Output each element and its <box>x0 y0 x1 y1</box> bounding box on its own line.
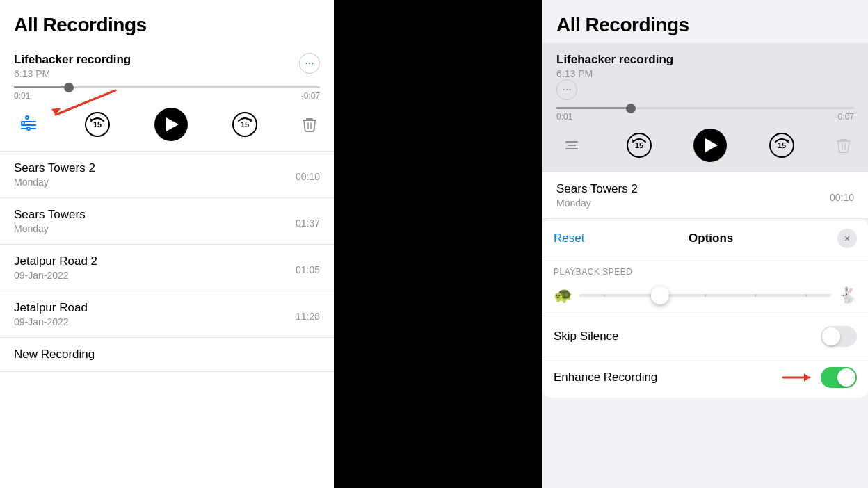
sears-towers-2-title-right: Sears Towers 2 <box>556 182 638 196</box>
enhance-recording-label: Enhance Recording <box>554 371 657 384</box>
sears-towers-2-item-right[interactable]: Sears Towers 2 Monday 00:10 <box>542 172 868 219</box>
skip-forward-svg-right: 15 <box>769 132 795 158</box>
right-panel: All Recordings Lifehacker recording 6:13… <box>542 0 868 488</box>
active-recording-top: Lifehacker recording 6:13 PM ··· <box>14 53 320 79</box>
speed-thumb[interactable] <box>651 286 669 304</box>
active-recording-right: Lifehacker recording 6:13 PM ··· 0:01 -0… <box>542 43 868 172</box>
item-subtitle-2: 09-Jan-2022 <box>14 270 97 281</box>
enhance-recording-toggle[interactable] <box>821 367 857 388</box>
right-title: All Recordings <box>556 14 854 36</box>
trash-icon-right <box>836 137 851 154</box>
item-duration-0: 00:10 <box>296 171 320 182</box>
options-icon-left[interactable] <box>17 115 40 133</box>
more-dots-right: ··· <box>562 83 571 96</box>
svg-text:15: 15 <box>241 120 249 129</box>
left-header: All Recordings <box>0 0 334 43</box>
progress-track-right[interactable] <box>556 107 854 109</box>
item-duration-1: 01:37 <box>296 218 320 229</box>
speed-tick-3 <box>705 294 706 297</box>
skip-forward-left[interactable]: 15 <box>232 111 258 138</box>
recording-item-3[interactable]: Jetalpur Road 09-Jan-2022 11:28 <box>0 291 334 338</box>
skip-forward-right[interactable]: 15 <box>769 132 795 158</box>
delete-button-left[interactable] <box>302 116 317 133</box>
enhance-recording-row: Enhance Recording <box>542 357 868 398</box>
options-panel: Reset Options × PLAYBACK SPEED 🐢 <box>542 219 868 398</box>
delete-button-right[interactable] <box>836 137 851 154</box>
active-recording-title: Lifehacker recording <box>14 53 131 67</box>
tortoise-icon: 🐢 <box>554 288 572 303</box>
trash-icon-left <box>302 116 317 133</box>
svg-text:15: 15 <box>777 141 785 149</box>
item-title-0: Sears Towers 2 <box>14 161 95 175</box>
speed-slider[interactable] <box>579 285 831 306</box>
enhance-recording-knob <box>837 368 855 387</box>
speed-tick-1 <box>604 294 605 297</box>
speed-tick-5 <box>805 294 807 297</box>
progress-track-left[interactable] <box>14 86 320 88</box>
skip-silence-row: Skip Silence <box>542 316 868 357</box>
recording-item-2[interactable]: Jetalpur Road 2 09-Jan-2022 01:05 <box>0 245 334 291</box>
progress-labels-left: 0:01 -0:07 <box>14 91 320 101</box>
playback-controls-left: 15 15 <box>14 108 320 141</box>
reset-button[interactable]: Reset <box>554 231 584 245</box>
speed-track <box>579 294 831 297</box>
item-subtitle-1: Monday <box>14 223 86 234</box>
item-duration-2: 01:05 <box>296 264 320 275</box>
active-recording-top-right: Lifehacker recording 6:13 PM ··· <box>556 53 854 100</box>
active-recording-left: Lifehacker recording 6:13 PM ··· 0:01 -0… <box>0 43 334 152</box>
skip-back-right[interactable]: 15 <box>626 132 652 158</box>
more-button-left[interactable]: ··· <box>299 53 320 74</box>
play-button-right[interactable] <box>693 129 727 162</box>
close-icon: × <box>844 233 850 244</box>
playback-speed-section: PLAYBACK SPEED 🐢 <box>542 257 868 316</box>
close-button[interactable]: × <box>837 229 857 248</box>
active-recording-info: Lifehacker recording 6:13 PM <box>14 53 131 79</box>
controls-wrapper-left: 15 15 <box>14 108 320 141</box>
enhance-red-arrow-svg <box>780 369 815 386</box>
progress-container-left: 0:01 -0:07 <box>14 86 320 101</box>
skip-silence-knob <box>822 327 840 345</box>
recording-item-4[interactable]: New Recording <box>0 338 334 372</box>
more-button-right[interactable]: ··· <box>556 79 577 100</box>
options-icon-right[interactable] <box>559 133 584 158</box>
active-recording-info-right: Lifehacker recording 6:13 PM <box>556 53 854 79</box>
options-header: Reset Options × <box>542 219 868 257</box>
options-title: Options <box>689 231 733 245</box>
play-triangle-left <box>166 117 179 131</box>
skip-back-left[interactable]: 15 <box>84 111 111 138</box>
progress-remaining-right: -0:07 <box>835 112 854 122</box>
item-title-3: Jetalpur Road <box>14 301 88 315</box>
left-panel: All Recordings Lifehacker recording 6:13… <box>0 0 334 488</box>
skip-back-svg-right: 15 <box>626 132 652 158</box>
active-recording-time-right: 6:13 PM <box>556 68 854 79</box>
playback-speed-label: PLAYBACK SPEED <box>554 267 857 277</box>
skip-forward-svg-left: 15 <box>232 111 258 138</box>
svg-marker-19 <box>804 373 810 382</box>
hare-icon: 🐇 <box>838 288 857 303</box>
active-recording-time: 6:13 PM <box>14 68 131 79</box>
skip-back-svg-left: 15 <box>84 111 111 138</box>
play-triangle-right <box>705 138 718 152</box>
more-dots-left: ··· <box>305 57 314 70</box>
progress-fill-right <box>556 107 631 109</box>
recording-item-0[interactable]: Sears Towers 2 Monday 00:10 <box>0 152 334 198</box>
progress-current-left: 0:01 <box>14 91 30 101</box>
skip-silence-toggle[interactable] <box>821 326 857 347</box>
middle-panel <box>334 0 542 488</box>
item-title-1: Sears Towers <box>14 208 86 222</box>
right-header: All Recordings <box>542 0 868 43</box>
play-button-left[interactable] <box>154 108 188 141</box>
progress-current-right: 0:01 <box>556 112 572 122</box>
speed-slider-row: 🐢 🐇 <box>554 285 857 306</box>
item-subtitle-3: 09-Jan-2022 <box>14 316 88 327</box>
svg-text:15: 15 <box>93 120 102 129</box>
active-recording-title-right: Lifehacker recording <box>556 53 854 67</box>
item-title-4: New Recording <box>14 348 95 361</box>
progress-thumb-left[interactable] <box>64 83 74 92</box>
playback-controls-right: 15 15 <box>556 129 854 162</box>
progress-thumb-right[interactable] <box>626 104 636 113</box>
item-subtitle-0: Monday <box>14 177 95 188</box>
progress-remaining-left: -0:07 <box>301 91 320 101</box>
progress-labels-right: 0:01 -0:07 <box>556 112 854 122</box>
recording-item-1[interactable]: Sears Towers Monday 01:37 <box>0 198 334 245</box>
